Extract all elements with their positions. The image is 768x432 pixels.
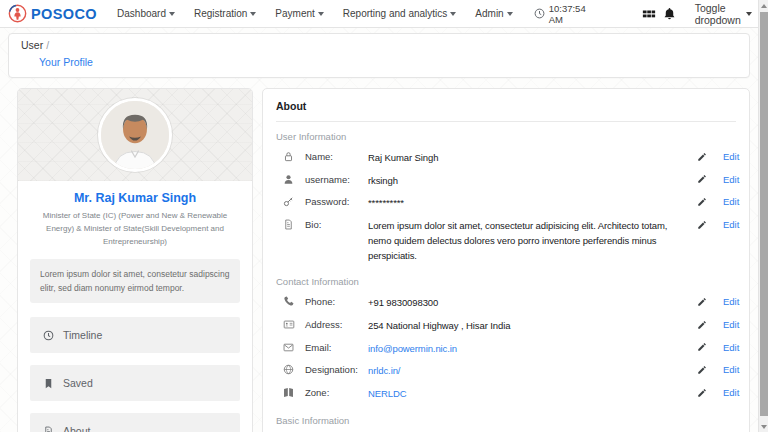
- chevron-down-icon: [450, 12, 456, 16]
- info-row-username: username:rksinghEdit: [276, 170, 736, 193]
- key-icon: [283, 196, 296, 207]
- notifications-bell-icon[interactable]: [663, 7, 676, 20]
- chevron-down-icon: [507, 12, 513, 16]
- book-icon: [283, 387, 296, 398]
- profile-menu-item-saved[interactable]: Saved: [30, 365, 240, 401]
- row-label: username:: [305, 174, 368, 185]
- pencil-icon: [697, 174, 710, 184]
- row-value-zone[interactable]: NERLDC: [368, 387, 690, 402]
- nav-item-reporting-and-analytics[interactable]: Reporting and analytics: [343, 8, 457, 19]
- profile-designation: Minister of State (IC) (Power and New & …: [18, 205, 252, 249]
- row-value-email[interactable]: info@powermin.nic.in: [368, 342, 690, 357]
- row-value-phone: +91 9830098300: [368, 296, 690, 311]
- edit-button-zone[interactable]: Edit: [690, 387, 736, 398]
- edit-button-username[interactable]: Edit: [690, 174, 736, 185]
- info-row-name: Name:Raj Kumar SinghEdit: [276, 147, 736, 170]
- profile-menu-item-timeline[interactable]: Timeline: [30, 317, 240, 353]
- pencil-icon: [697, 297, 710, 307]
- row-label: Password:: [305, 196, 368, 207]
- section-title-contact-information: Contact Information: [276, 276, 736, 287]
- nav-item-admin[interactable]: Admin: [475, 8, 512, 19]
- info-row-bio: Bio:Lorem ipsum dolor sit amet, consecte…: [276, 215, 736, 267]
- breadcrumb-root[interactable]: User: [21, 39, 43, 51]
- breadcrumb: User/ Your Profile: [8, 33, 750, 78]
- edit-label: Edit: [723, 174, 739, 185]
- pencil-icon: [697, 320, 710, 330]
- nav-item-dashboard[interactable]: Dashboard: [117, 8, 175, 19]
- edit-button-phone[interactable]: Edit: [690, 296, 736, 307]
- menu-item-label: About: [63, 425, 90, 432]
- brand[interactable]: POSOCO: [8, 4, 97, 23]
- row-value-name: Raj Kumar Singh: [368, 151, 690, 166]
- row-value-address: 254 National Highway , Hisar India: [368, 319, 690, 334]
- profile-menu-item-about[interactable]: About: [30, 413, 240, 432]
- nav-item-label: Admin: [475, 8, 503, 19]
- edit-label: Edit: [723, 151, 739, 162]
- profile-card: Mr. Raj Kumar Singh Minister of State (I…: [17, 88, 253, 432]
- toggle-dropdown-button[interactable]: Toggle dropdown: [695, 2, 752, 26]
- info-row-phone: Phone:+91 9830098300Edit: [276, 292, 736, 315]
- main-nav: DashboardRegistrationPaymentReporting an…: [117, 8, 532, 19]
- nav-item-label: Payment: [275, 8, 314, 19]
- pencil-icon: [697, 388, 710, 398]
- profile-menu: TimelineSavedAbout: [18, 317, 252, 432]
- profile-short-bio: Lorem ipsum dolor sit amet, consetetur s…: [30, 259, 240, 304]
- edit-label: Edit: [723, 319, 739, 330]
- about-title: About: [276, 98, 736, 122]
- bookmark-icon: [43, 378, 54, 389]
- file-icon: [43, 426, 54, 432]
- avatar[interactable]: [98, 98, 172, 172]
- nav-item-payment[interactable]: Payment: [275, 8, 323, 19]
- breadcrumb-separator: /: [46, 39, 49, 51]
- top-navbar: POSOCO DashboardRegistrationPaymentRepor…: [0, 0, 768, 28]
- scrollbar-thumb[interactable]: [760, 12, 768, 416]
- row-value-bio: Lorem ipsum dolor sit amet, consectetur …: [368, 219, 690, 263]
- edit-button-name[interactable]: Edit: [690, 151, 736, 162]
- edit-button-email[interactable]: Edit: [690, 342, 736, 353]
- clock-time: 10:37:54 AM: [549, 3, 586, 25]
- menu-item-label: Saved: [63, 377, 93, 389]
- row-label: Bio:: [305, 219, 368, 230]
- edit-button-designation[interactable]: Edit: [690, 364, 736, 375]
- row-value-password: **********: [368, 196, 690, 211]
- info-row-address: Address:254 National Highway , Hisar Ind…: [276, 315, 736, 338]
- nav-item-registration[interactable]: Registration: [194, 8, 256, 19]
- section-title-user-information: User Information: [276, 131, 736, 142]
- nav-item-label: Registration: [194, 8, 247, 19]
- edit-label: Edit: [723, 364, 739, 375]
- chevron-down-icon: [746, 12, 752, 16]
- row-label: Phone:: [305, 296, 368, 307]
- edit-button-bio[interactable]: Edit: [690, 219, 736, 230]
- user-icon: [283, 174, 296, 185]
- edit-button-address[interactable]: Edit: [690, 319, 736, 330]
- row-value-designation[interactable]: nrldc.in/: [368, 364, 690, 379]
- globe-icon: [283, 364, 296, 375]
- about-sections: User InformationName:Raj Kumar SinghEdit…: [276, 131, 736, 432]
- chevron-down-icon: [169, 12, 175, 16]
- edit-label: Edit: [723, 342, 739, 353]
- edit-label: Edit: [723, 387, 739, 398]
- main-content: Mr. Raj Kumar Singh Minister of State (I…: [0, 78, 768, 432]
- profile-name: Mr. Raj Kumar Singh: [18, 191, 252, 205]
- info-row-password: Password:**********Edit: [276, 192, 736, 215]
- info-row-zone: Zone:NERLDCEdit: [276, 383, 736, 406]
- info-row-email: Email:info@powermin.nic.inEdit: [276, 338, 736, 361]
- row-label: Address:: [305, 319, 368, 330]
- page-scrollbar[interactable]: [758, 0, 768, 432]
- pencil-icon: [697, 365, 710, 375]
- nav-item-label: Dashboard: [117, 8, 166, 19]
- scroll-down-arrow[interactable]: [759, 421, 768, 432]
- posoco-logo-icon: [8, 4, 27, 23]
- address-card-icon: [283, 319, 296, 330]
- pencil-icon: [697, 342, 710, 352]
- row-label: Name:: [305, 151, 368, 162]
- clock: 10:37:54 AM: [534, 3, 586, 25]
- section-title-basic-information: Basic Information: [276, 415, 736, 426]
- edit-button-password[interactable]: Edit: [690, 196, 736, 207]
- file-icon: [283, 219, 296, 230]
- scroll-up-arrow[interactable]: [759, 0, 768, 11]
- apps-grid-icon[interactable]: [642, 7, 656, 21]
- breadcrumb-current[interactable]: Your Profile: [39, 56, 93, 68]
- edit-label: Edit: [723, 296, 739, 307]
- row-label: Email:: [305, 342, 368, 353]
